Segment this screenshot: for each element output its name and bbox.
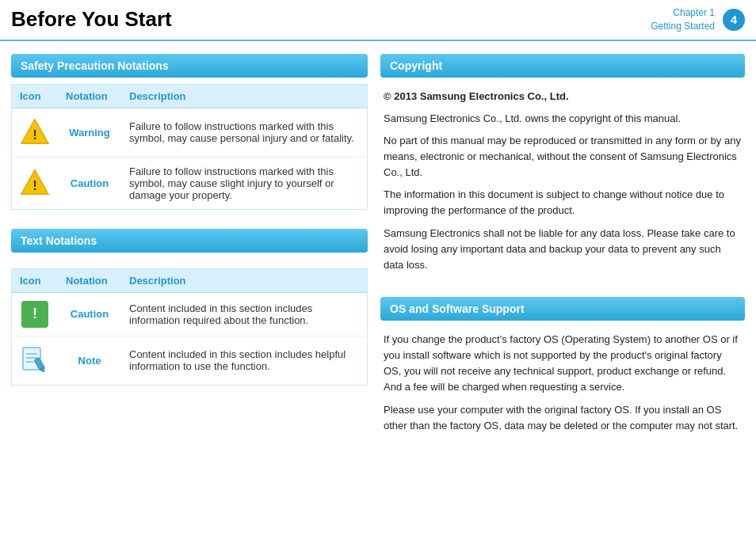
copyright-p3: The information in this document is subj… [384, 187, 742, 219]
caution-icon-cell: ! [12, 157, 59, 209]
text-col-notation: Notation [58, 268, 121, 292]
svg-text:!: ! [32, 178, 37, 193]
os-p1: If you change the product's factory OS (… [384, 332, 742, 396]
text-table-header-row: Icon Notation Description [12, 268, 368, 292]
spacer [380, 278, 745, 297]
safety-section-header: Safety Precaution Notations [11, 54, 368, 78]
text-section-header: Text Notations [11, 229, 368, 253]
table-row: Note Content included in this section in… [12, 336, 368, 385]
copyright-p2: No part of this manual may be reproduced… [384, 133, 742, 181]
note-icon-cell [12, 336, 59, 385]
left-column: Safety Precaution Notations Icon Notatio… [11, 54, 380, 439]
safety-col-description: Description [121, 84, 368, 108]
table-row: ! Caution Content included in this secti… [12, 292, 368, 336]
os-body: If you change the product's factory OS (… [380, 327, 745, 439]
table-row: ! Warning Failure to follow instructions… [12, 108, 368, 157]
os-p2: Please use your computer with the origin… [384, 402, 742, 434]
safety-table: Icon Notation Description ! Warning Fail… [11, 84, 368, 210]
note-notation: Note [58, 336, 121, 385]
text-caution-notation: Caution [58, 292, 121, 336]
green-caution-icon: ! [21, 301, 48, 328]
page-header: Before You Start Chapter 1 Getting Start… [0, 0, 756, 41]
warning-icon-cell: ! [12, 108, 59, 157]
safety-col-icon: Icon [12, 84, 59, 108]
text-col-description: Description [121, 268, 368, 292]
caution-notation: Caution [58, 157, 121, 209]
text-table: Icon Notation Description ! Caution Cont… [11, 268, 368, 386]
chapter-info: Chapter 1 Getting Started [651, 6, 715, 33]
green-caution-icon-cell: ! [12, 292, 59, 336]
page-title: Before You Start [11, 7, 172, 32]
table-row: ! Caution Failure to follow instructions… [12, 157, 368, 209]
copyright-body: © 2013 Samsung Electronics Co., Ltd. Sam… [380, 84, 745, 278]
copyright-p1: Samsung Electronics Co., Ltd. owns the c… [384, 111, 742, 127]
copyright-bold-line: © 2013 Samsung Electronics Co., Ltd. [384, 89, 742, 105]
text-caution-description: Content included in this section include… [121, 292, 368, 336]
note-pencil-icon [20, 344, 50, 374]
note-description: Content included in this section include… [121, 336, 368, 385]
chapter-number: 4 [723, 9, 745, 31]
main-content: Safety Precaution Notations Icon Notatio… [0, 41, 756, 451]
chapter-label: Chapter 1 [651, 6, 715, 20]
chapter-sublabel: Getting Started [651, 20, 715, 33]
warning-notation: Warning [58, 108, 121, 157]
right-column: Copyright © 2013 Samsung Electronics Co.… [380, 54, 745, 439]
copyright-section-header: Copyright [380, 54, 745, 78]
text-col-icon: Icon [12, 268, 59, 292]
header-right: Chapter 1 Getting Started 4 [651, 6, 745, 33]
copyright-p4: Samsung Electronics shall not be liable … [384, 226, 742, 273]
caution-description: Failure to follow instructions marked wi… [121, 157, 368, 209]
warning-triangle-icon: ! [20, 116, 50, 146]
os-section-header: OS and Software Support [380, 297, 745, 321]
copyright-bold-text: © 2013 Samsung Electronics Co., Ltd. [384, 90, 569, 102]
svg-text:!: ! [32, 127, 37, 143]
safety-col-notation: Notation [58, 84, 121, 108]
warning-description: Failure to follow instructions marked wi… [121, 108, 368, 157]
caution-triangle-icon: ! [20, 167, 50, 197]
safety-table-header-row: Icon Notation Description [12, 84, 368, 108]
